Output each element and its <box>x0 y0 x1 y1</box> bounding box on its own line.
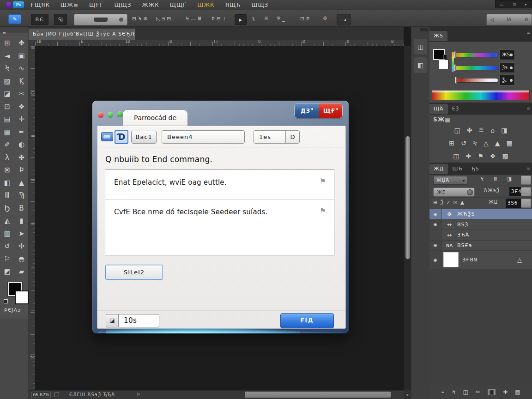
tool-icon[interactable]: ▰ <box>14 266 29 278</box>
tool-icon[interactable]: ◪ <box>0 88 14 101</box>
timer-button[interactable]: ◪ <box>106 314 119 327</box>
blue-value-field[interactable]: Ѯ₁ <box>499 75 515 85</box>
tool-icon[interactable]: ▨ <box>0 75 14 88</box>
tool-icon[interactable]: ⊞ <box>0 37 14 50</box>
dialog-red-button[interactable]: ЩҒ <box>319 103 342 118</box>
tool-icon[interactable]: ✤ <box>14 151 29 164</box>
dialog-tab[interactable]: Pаrroocád de <box>123 110 187 126</box>
pressure-icon[interactable]: Ƥ_ <box>277 16 287 22</box>
panel-menu-icon[interactable]: ≡ <box>526 30 530 35</box>
brush-panel-toggle[interactable]: ЅЈ <box>54 14 67 25</box>
visibility-cell[interactable]: ◉ <box>429 251 441 269</box>
panel-menu-icon[interactable]: ≡ <box>526 106 530 111</box>
dialog-blue-button[interactable]: ДЗ <box>295 103 319 118</box>
document-tab[interactable]: Ба̀я ЈИО Ғј|об'Вя((Ш Ѯтўё А ЅЄЂЉ)О <box>29 29 135 40</box>
tool-icon[interactable]: ✂ <box>14 88 29 101</box>
filter-toggle-button[interactable] <box>521 175 531 185</box>
menu-item[interactable]: ЩЩЗ <box>110 2 135 8</box>
visibility-cell[interactable]: ◉ <box>429 220 441 230</box>
red-value-field[interactable]: ЖЅ <box>499 49 515 60</box>
window-control-icon[interactable]: ⊡ <box>513 2 516 6</box>
window-control-icon[interactable]: ▭ <box>500 2 504 6</box>
tool-icon[interactable]: ▤ <box>0 113 14 126</box>
tool-icon[interactable]: ✛ <box>14 113 29 126</box>
layer-thumbnail[interactable] <box>443 252 459 267</box>
dock-nub[interactable] <box>420 28 429 31</box>
tool-icon[interactable]: ▦ <box>0 126 14 139</box>
list-item[interactable]: Enat Epelacíct, wvíE oag euttle. ⚑ <box>105 170 334 200</box>
menu-item[interactable]: ШЖ≡ <box>56 2 83 8</box>
vertical-scrollbar[interactable] <box>404 46 411 390</box>
tool-icon[interactable]: ↺ <box>0 240 14 253</box>
adjustment-icon[interactable]: ▩ <box>502 152 508 160</box>
adjustment-icon[interactable]: ▲ <box>495 139 500 147</box>
adjustment-icon[interactable]: ⚑ <box>478 152 484 160</box>
tool-icon[interactable]: ▮ <box>14 215 29 228</box>
eye-icon[interactable]: ◉ <box>434 212 437 217</box>
tool-icon[interactable]: ▣ <box>14 50 29 63</box>
tab-styles[interactable]: ЁѮ <box>448 104 464 114</box>
flag-icon[interactable]: ⚑ <box>320 177 326 186</box>
layer-row[interactable]: ◉ ✥ ЖЋѮЅ <box>429 209 532 220</box>
slider-handle[interactable] <box>454 51 456 58</box>
adjustment-icon[interactable]: ≝ <box>479 127 484 134</box>
brush-tip-icon[interactable]: ❖ <box>322 15 328 22</box>
scrollbar-corner-button[interactable]: ◂▸ <box>404 390 411 399</box>
tool-icon[interactable]: ⊠ <box>0 164 14 177</box>
fill-toggle-button[interactable] <box>521 199 531 208</box>
adjustment-icon[interactable]: ▦ <box>507 139 513 147</box>
layer-name[interactable]: ЗҒВЯ <box>462 257 478 263</box>
dialog-d2-button[interactable]: D <box>285 130 300 144</box>
background-color-well[interactable] <box>439 60 448 69</box>
background-color-swatch[interactable] <box>15 290 29 304</box>
visibility-cell[interactable]: ◉ <box>429 209 441 219</box>
eye-icon[interactable]: ◉ <box>434 243 437 248</box>
tool-icon[interactable]: ▲ <box>14 177 29 190</box>
layers-toolbar-icon[interactable]: ◫ <box>463 389 468 395</box>
tool-icon[interactable]: ✐ <box>0 139 14 151</box>
layer-row[interactable]: ◉ ↔ ЗЋΆ <box>429 230 532 241</box>
tool-icon[interactable]: ◧ <box>0 177 14 190</box>
tool-icon[interactable]: ◭ <box>0 215 14 228</box>
tool-icon[interactable]: ✣ <box>14 240 29 253</box>
play-button[interactable]: ▶ <box>235 14 247 25</box>
zoom-level-field[interactable]: 6Б.Б7% <box>31 392 51 398</box>
workspace-switcher[interactable]: ◁ ΙΛ ⊜ <box>486 14 532 25</box>
tool-icon[interactable]: Ϟ <box>0 62 14 75</box>
tool-icon[interactable]: Ⅲ <box>0 189 14 202</box>
adjustment-icon[interactable]: ◫ <box>453 152 459 160</box>
tool-icon[interactable]: ❖ <box>14 101 29 114</box>
horizontal-scrollbar-thumb[interactable] <box>245 392 391 398</box>
layer-row[interactable]: ◉ ЗҒВЯ △ <box>429 251 532 269</box>
menu-item[interactable]: ЩЩҐ <box>166 2 191 8</box>
smoothing-icon[interactable]: ʒ <box>252 16 256 22</box>
tab-color[interactable]: ЖЅ <box>429 31 447 41</box>
layers-toolbar-icon[interactable]: Ϟ <box>452 389 456 395</box>
layers-toolbar-icon[interactable]: ✚ <box>503 389 508 395</box>
yes-field[interactable]: 1es <box>254 130 286 144</box>
eye-icon[interactable]: ◉ <box>434 222 437 227</box>
green-slider[interactable] <box>455 66 498 70</box>
layers-toolbar-icon[interactable]: ▤ <box>515 389 520 395</box>
visibility-cell[interactable]: ◉ <box>429 241 441 251</box>
confirm-button[interactable]: ҒІД <box>280 313 334 328</box>
minimize-traffic-light[interactable] <box>108 112 113 117</box>
layers-tab[interactable]: ЂЅ <box>467 164 484 174</box>
filter-type-dropdown[interactable]: ЖЏΆ <box>433 176 467 185</box>
slider-handle[interactable] <box>454 64 456 71</box>
arrow-toggle-box[interactable]: ◦◂ <box>337 14 351 25</box>
tool-icon[interactable]: Ϗ <box>14 75 29 88</box>
tab-adjustments[interactable]: ЩΆ <box>429 104 448 114</box>
close-traffic-light[interactable] <box>98 112 103 118</box>
layer-row[interactable]: ◉ ɴᴀ ВЅҒ϶ <box>429 241 532 251</box>
adjustment-icon[interactable]: △ <box>484 139 489 147</box>
flag-icon[interactable]: ⚑ <box>320 206 326 215</box>
flow-options-icons[interactable]: Ϟ—Ⅲ <box>186 16 203 22</box>
adjustment-icon[interactable]: ✤ <box>467 127 472 134</box>
dialog-home-button[interactable] <box>101 132 113 141</box>
panel-toggle-icons[interactable]: ⊡Ϸ <box>300 16 311 22</box>
tool-icon[interactable]: Ƀ <box>14 202 29 215</box>
dialog-d-button[interactable]: Ɗ <box>115 130 128 144</box>
adjustment-icon[interactable]: ⊞ <box>449 139 454 147</box>
tool-icon[interactable]: ✥ <box>14 37 29 50</box>
